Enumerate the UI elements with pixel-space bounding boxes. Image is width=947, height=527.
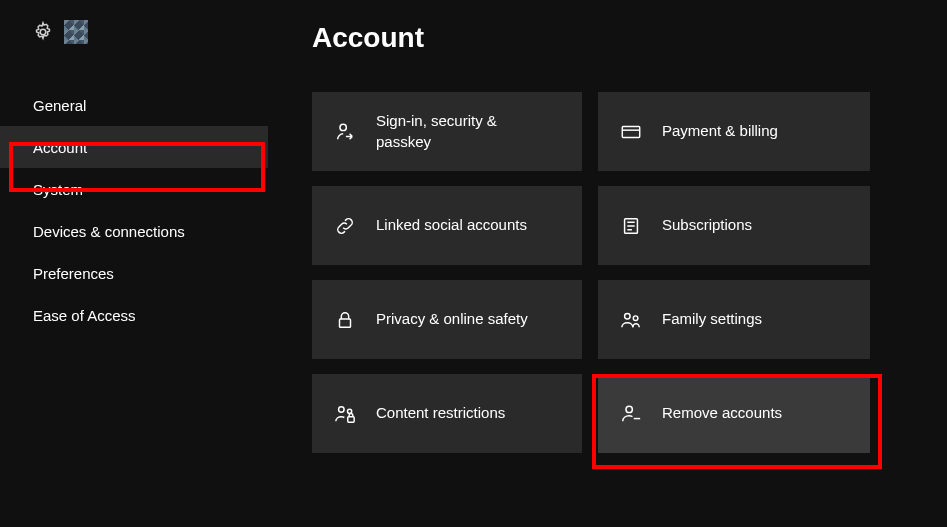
sidebar-item-general[interactable]: General [0,84,268,126]
tile-subscriptions[interactable]: Subscriptions [598,186,870,265]
svg-rect-9 [348,416,354,422]
tile-family-settings[interactable]: Family settings [598,280,870,359]
sidebar-item-system[interactable]: System [0,168,268,210]
sidebar-item-ease-of-access[interactable]: Ease of Access [0,294,268,336]
svg-point-7 [339,406,345,412]
tile-label: Privacy & online safety [376,309,528,329]
gear-icon [32,21,54,43]
svg-point-6 [633,315,638,320]
page-title: Account [312,22,907,54]
tile-remove-accounts[interactable]: Remove accounts [598,374,870,453]
sidebar-item-label: Preferences [33,265,114,282]
tile-label: Linked social accounts [376,215,527,235]
sidebar-item-label: Account [33,139,87,156]
sidebar-item-preferences[interactable]: Preferences [0,252,268,294]
svg-rect-2 [622,126,639,137]
account-tile-grid: Sign-in, security & passkey Payment & bi… [312,92,907,453]
link-icon [334,215,356,237]
main-panel: Account Sign-in, security & passkey Paym… [268,0,947,527]
person-arrow-icon [334,121,356,143]
tile-label: Remove accounts [662,403,782,423]
receipt-icon [620,215,642,237]
tile-content-restrictions[interactable]: Content restrictions [312,374,582,453]
svg-point-1 [340,124,346,130]
svg-rect-4 [340,319,351,327]
tile-linked-social[interactable]: Linked social accounts [312,186,582,265]
svg-point-0 [40,29,46,35]
family-icon [620,309,642,331]
tile-label: Content restrictions [376,403,505,423]
svg-point-10 [626,406,632,412]
sidebar-header [0,20,268,84]
tile-privacy-safety[interactable]: Privacy & online safety [312,280,582,359]
settings-sidebar: General Account System Devices & connect… [0,0,268,527]
svg-point-8 [347,409,351,413]
tile-label: Family settings [662,309,762,329]
lock-icon [334,309,356,331]
sidebar-item-devices-connections[interactable]: Devices & connections [0,210,268,252]
sidebar-item-label: System [33,181,83,198]
tile-label: Sign-in, security & passkey [376,111,546,152]
person-lock-icon [334,403,356,425]
tile-label: Subscriptions [662,215,752,235]
tile-label: Payment & billing [662,121,778,141]
sidebar-item-label: General [33,97,86,114]
svg-point-5 [625,313,631,319]
credit-card-icon [620,121,642,143]
avatar [64,20,88,44]
sidebar-item-label: Ease of Access [33,307,136,324]
sidebar-item-label: Devices & connections [33,223,185,240]
tile-signin-security[interactable]: Sign-in, security & passkey [312,92,582,171]
sidebar-item-account[interactable]: Account [0,126,268,168]
person-minus-icon [620,403,642,425]
tile-payment-billing[interactable]: Payment & billing [598,92,870,171]
